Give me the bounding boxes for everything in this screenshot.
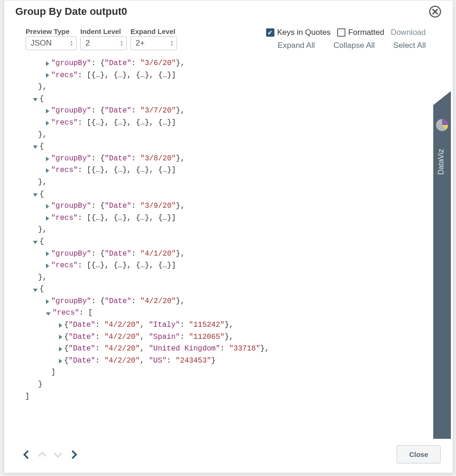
json-preview-area: "groupBy": {"Date": "3/6/20"},"recs": [{… (4, 55, 453, 439)
preview-type-group: Preview Type JSON ▲▼ (26, 27, 77, 50)
dialog-title: Group By Date output0 (15, 6, 127, 18)
expand-all-button[interactable]: Expand All (278, 41, 315, 50)
checkbox-empty-icon (337, 28, 345, 37)
expand-icon[interactable] (46, 109, 49, 113)
action-row: Expand All Collapse All Select All (278, 41, 426, 50)
dataviz-pie-icon (436, 119, 448, 131)
expand-icon[interactable] (46, 204, 49, 209)
json-line[interactable]: "recs": [{…}, {…}, {…}, {…}] (20, 260, 417, 272)
json-line[interactable]: "recs": [{…}, {…}, {…}, {…}] (20, 70, 417, 82)
json-line[interactable]: "groupBy": {"Date": "3/8/20"}, (20, 153, 417, 165)
expand-level-label: Expand Level (130, 27, 177, 35)
json-tree[interactable]: "groupBy": {"Date": "3/6/20"},"recs": [{… (20, 58, 417, 436)
tree-spacer (46, 370, 51, 375)
collapse-all-button[interactable]: Collapse All (333, 41, 375, 50)
expand-icon[interactable] (46, 264, 49, 268)
dataviz-sidebar-tab[interactable]: DataViz (433, 91, 451, 439)
close-icon[interactable] (429, 5, 442, 18)
json-line[interactable]: "recs": [{…}, {…}, {…}, {…}] (20, 165, 417, 177)
nav-down-icon[interactable] (52, 448, 65, 461)
expand-icon[interactable] (59, 347, 62, 351)
tree-spacer (33, 180, 38, 185)
toolbar-right: ✔ Keys in Quotes Formatted Download Expa… (266, 28, 426, 50)
json-line[interactable]: {"Date": "4/2/20", "Spain": "112065"}, (20, 331, 417, 344)
nav-arrows (20, 448, 80, 461)
json-line[interactable]: ] (20, 391, 417, 403)
indent-level-label: Indent Level (80, 27, 127, 35)
collapse-icon[interactable] (33, 145, 38, 149)
download-link[interactable]: Download (391, 28, 426, 37)
preview-type-value: JSON (31, 39, 52, 48)
stepper-icon: ▲▼ (70, 40, 73, 46)
json-line[interactable]: }, (20, 177, 417, 189)
check-row: ✔ Keys in Quotes Formatted Download (266, 28, 426, 37)
json-line[interactable]: "groupBy": {"Date": "4/2/20"}, (20, 296, 417, 308)
indent-level-group: Indent Level 2 ▲▼ (80, 27, 127, 50)
json-line[interactable]: "recs": [{…}, {…}, {…}, {…}] (20, 212, 417, 225)
nav-up-icon[interactable] (36, 448, 49, 461)
expand-icon[interactable] (59, 335, 62, 339)
expand-icon[interactable] (46, 168, 49, 173)
collapse-icon[interactable] (33, 193, 38, 197)
expand-icon[interactable] (46, 73, 49, 78)
json-line[interactable]: { (20, 189, 417, 201)
preview-type-label: Preview Type (26, 27, 77, 35)
expand-icon[interactable] (59, 359, 62, 364)
tree-spacer (33, 132, 38, 137)
json-line[interactable]: }, (20, 224, 417, 236)
tree-spacer (33, 228, 38, 232)
collapse-icon[interactable] (33, 289, 38, 292)
collapse-icon[interactable] (33, 241, 38, 244)
expand-icon[interactable] (46, 216, 49, 221)
output-preview-dialog: Group By Date output0 Preview Type JSON … (4, 0, 453, 473)
dialog-footer: Close (4, 439, 453, 473)
nav-first-icon[interactable] (20, 448, 33, 461)
expand-icon[interactable] (46, 121, 49, 126)
formatted-checkbox[interactable]: Formatted (337, 28, 384, 37)
tree-spacer (33, 383, 38, 387)
json-line[interactable]: }, (20, 129, 417, 141)
toolbar-left: Preview Type JSON ▲▼ Indent Level 2 ▲▼ E… (26, 27, 177, 50)
close-button[interactable]: Close (397, 445, 441, 463)
json-line[interactable]: {"Date": "4/2/20", "Italy": "115242"}, (20, 319, 417, 331)
expand-level-value: 2+ (136, 39, 144, 48)
json-line[interactable]: "groupBy": {"Date": "3/7/20"}, (20, 105, 417, 117)
preview-toolbar: Preview Type JSON ▲▼ Indent Level 2 ▲▼ E… (4, 23, 453, 55)
json-line[interactable]: {"Date": "4/2/20", "US": "243453"} (20, 355, 417, 367)
expand-icon[interactable] (46, 299, 49, 304)
json-line[interactable]: {"Date": "4/2/20", "United Kingdom": "33… (20, 343, 417, 355)
expand-icon[interactable] (46, 251, 49, 256)
json-line[interactable]: }, (20, 81, 417, 93)
json-line[interactable]: { (20, 236, 417, 248)
json-line[interactable]: } (20, 379, 417, 391)
expand-level-group: Expand Level 2+ ▲▼ (130, 27, 177, 50)
indent-level-value: 2 (85, 39, 90, 48)
json-line[interactable]: "groupBy": {"Date": "4/1/20"}, (20, 248, 417, 260)
expand-icon[interactable] (59, 323, 62, 328)
json-line[interactable]: { (20, 93, 417, 106)
dialog-header: Group By Date output0 (4, 0, 453, 23)
json-line[interactable]: { (20, 284, 417, 296)
stepper-icon: ▲▼ (120, 40, 124, 46)
tree-spacer (20, 394, 25, 399)
expand-icon[interactable] (46, 157, 49, 161)
json-line[interactable]: "recs": [ (20, 307, 417, 319)
collapse-icon[interactable] (46, 312, 51, 316)
json-line[interactable]: "recs": [{…}, {…}, {…}, {…}] (20, 117, 417, 129)
json-line[interactable]: ] (20, 367, 417, 379)
collapse-icon[interactable] (33, 98, 38, 101)
formatted-label: Formatted (348, 28, 384, 37)
nav-last-icon[interactable] (67, 448, 80, 461)
expand-icon[interactable] (46, 61, 49, 66)
indent-level-select[interactable]: 2 ▲▼ (80, 36, 127, 50)
json-line[interactable]: "groupBy": {"Date": "3/6/20"}, (20, 58, 417, 70)
json-line[interactable]: }, (20, 272, 417, 284)
preview-type-select[interactable]: JSON ▲▼ (26, 36, 77, 50)
json-line[interactable]: { (20, 141, 417, 153)
checkmark-icon: ✔ (266, 28, 274, 37)
json-line[interactable]: "groupBy": {"Date": "3/9/20"}, (20, 200, 417, 212)
keys-in-quotes-checkbox[interactable]: ✔ Keys in Quotes (266, 28, 331, 37)
tree-spacer (33, 85, 38, 90)
select-all-button[interactable]: Select All (393, 41, 426, 50)
expand-level-select[interactable]: 2+ ▲▼ (130, 36, 177, 50)
